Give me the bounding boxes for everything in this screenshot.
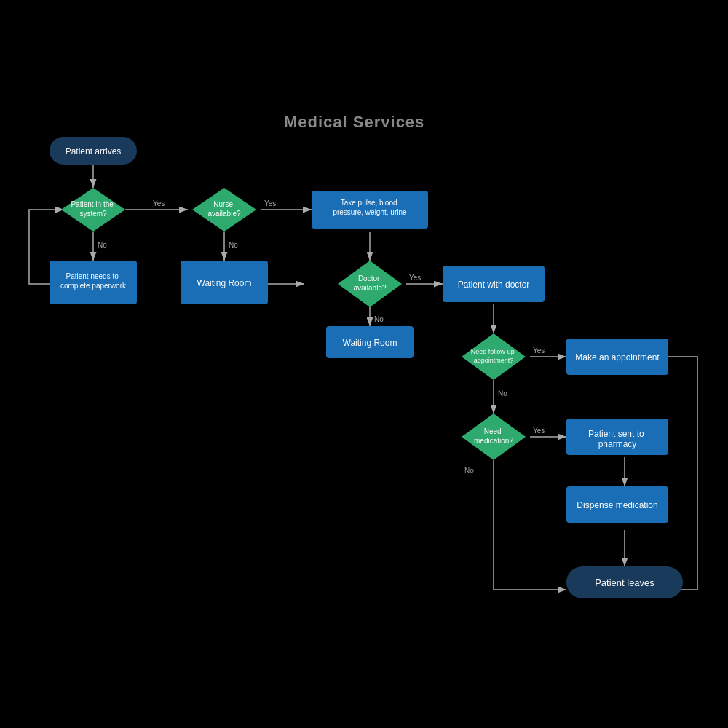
label-no-system: No <box>98 241 107 249</box>
patient-leaves-label: Patient leaves <box>595 577 654 588</box>
flowchart-canvas: Medical Services <box>0 0 728 728</box>
label-no-followup: No <box>498 389 507 397</box>
label-no-doctor: No <box>374 315 384 323</box>
label-yes-doctor: Yes <box>409 274 421 282</box>
label-yes-nurse: Yes <box>264 199 276 207</box>
label-yes-system: Yes <box>153 199 165 207</box>
label-yes-followup: Yes <box>533 347 545 355</box>
label-no-nurse: No <box>229 241 238 249</box>
make-appointment-label: Make an appointment <box>575 352 660 363</box>
dispense-medication-label: Dispense medication <box>577 500 657 510</box>
label-yes-medication: Yes <box>533 427 545 435</box>
patient-arrives-label: Patient arrives <box>66 146 122 157</box>
patient-with-doctor-label: Patient with doctor <box>458 280 530 290</box>
waiting-room-2-label: Waiting Room <box>343 338 397 348</box>
label-no-medication: No <box>464 467 474 475</box>
waiting-room-1-label: Waiting Room <box>197 278 252 288</box>
